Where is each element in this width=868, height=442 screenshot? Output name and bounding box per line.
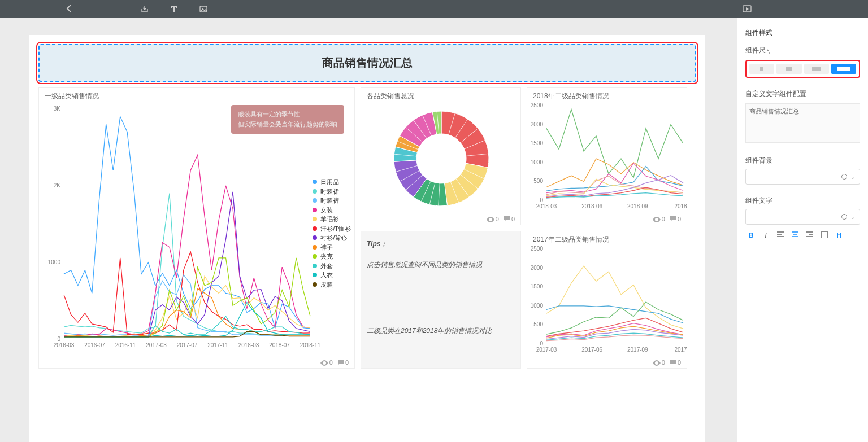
bold-button[interactable]: B — [745, 229, 757, 240]
svg-text:2017-03: 2017-03 — [146, 342, 167, 348]
preview-icon[interactable] — [740, 2, 754, 16]
line2017-chart: 050010001500200025002017-032017-062017-0… — [527, 246, 687, 356]
svg-text:1500: 1500 — [531, 140, 544, 146]
donut-chart-card[interactable]: 各品类销售总况 0 0 — [361, 87, 521, 225]
svg-text:0: 0 — [540, 340, 543, 347]
svg-text:2017-06: 2017-06 — [581, 347, 602, 353]
card-stats: 0 0 — [320, 359, 349, 366]
text-icon[interactable] — [167, 2, 181, 16]
title-text-widget[interactable]: 商品销售情况汇总 — [38, 44, 696, 82]
svg-text:2018-06: 2018-06 — [581, 203, 602, 209]
chevron-down-icon: ⌄ — [850, 214, 855, 220]
main-line-chart: 010002K3K2016-032016-072016-112017-03201… — [39, 102, 355, 355]
svg-text:0: 0 — [540, 197, 543, 203]
svg-text:0: 0 — [57, 336, 60, 342]
dashboard-paper: 商品销售情况汇总 一级品类销售情况 服装具有一定的季节性 但实际销量会受当年流行… — [29, 35, 705, 442]
circle-icon — [841, 214, 847, 220]
svg-text:2017-03: 2017-03 — [536, 347, 557, 353]
svg-text:2017-1: 2017-1 — [674, 347, 687, 353]
svg-text:2000: 2000 — [531, 265, 544, 271]
main-line-chart-card[interactable]: 一级品类销售情况 服装具有一定的季节性 但实际销量会受当年流行趋势的影响 010… — [38, 87, 355, 369]
topbar — [0, 0, 868, 18]
circle-icon — [841, 174, 847, 180]
size-lg[interactable] — [831, 64, 856, 74]
svg-text:2017-09: 2017-09 — [627, 347, 648, 353]
svg-text:2018-03: 2018-03 — [238, 342, 259, 348]
custom-text-input[interactable] — [745, 103, 860, 143]
text-format-toolbar: B I H — [745, 229, 860, 240]
line2017-chart-card[interactable]: 2017年二级品类销售情况 050010001500200025002017-0… — [527, 231, 687, 369]
svg-text:2000: 2000 — [531, 121, 544, 128]
line2018-chart-card[interactable]: 2018年二级品类销售情况 050010001500200025002018-0… — [527, 87, 687, 225]
import-icon[interactable] — [138, 2, 151, 16]
svg-text:1000: 1000 — [531, 303, 544, 309]
svg-text:2018-07: 2018-07 — [269, 342, 290, 348]
align-center-button[interactable] — [789, 229, 801, 240]
italic-button[interactable]: I — [760, 229, 771, 240]
size-selector — [745, 60, 860, 78]
svg-text:2016-07: 2016-07 — [84, 342, 105, 348]
chart-title: 2018年二级品类销售情况 — [527, 88, 687, 102]
chart-legend: 日用品时装裙时装裤女装羊毛衫汗衫/T恤衫衬衫/背心裤子夹克外套大衣皮装 — [313, 177, 351, 289]
bg-label: 组件背景 — [745, 156, 860, 165]
size-label: 组件尺寸 — [745, 46, 860, 55]
tips-line1: 点击销售总况查阅不同品类的销售情况 — [367, 260, 515, 270]
text-select[interactable]: ⌄ — [745, 209, 860, 225]
comments-icon: 0 — [337, 359, 349, 366]
card-stats: 0 0 — [487, 216, 515, 222]
svg-text:2017-11: 2017-11 — [207, 342, 228, 348]
svg-text:500: 500 — [533, 178, 543, 184]
panel-head: 组件样式 — [745, 28, 860, 38]
fill-toggle[interactable] — [819, 229, 830, 240]
svg-text:2017-07: 2017-07 — [177, 342, 198, 348]
svg-text:1000: 1000 — [531, 159, 544, 165]
chart-title: 各品类销售总况 — [361, 88, 520, 102]
chart-title: 2017年二级品类销售情况 — [527, 231, 687, 246]
bg-select[interactable]: ⌄ — [745, 169, 860, 185]
custom-text-label: 自定义文字组件配置 — [745, 89, 860, 99]
text-label: 组件文字 — [745, 196, 860, 205]
svg-text:2018-03: 2018-03 — [536, 203, 557, 209]
align-right-button[interactable] — [804, 229, 815, 240]
donut-chart — [361, 102, 521, 213]
svg-text:2500: 2500 — [531, 246, 544, 252]
svg-text:2016-11: 2016-11 — [115, 342, 136, 348]
svg-text:2K: 2K — [54, 182, 61, 189]
svg-text:2016-03: 2016-03 — [54, 342, 75, 348]
svg-text:2500: 2500 — [531, 102, 544, 108]
tips-card[interactable]: Tips： 点击销售总况查阅不同品类的销售情况 二级品类在2017和2018年的… — [361, 231, 521, 369]
size-md[interactable] — [804, 64, 829, 74]
property-panel: 组件样式 组件尺寸 自定义文字组件配置 组件背景 ⌄ 组件文字 — [737, 18, 868, 442]
back-button[interactable] — [62, 5, 76, 14]
svg-text:500: 500 — [533, 321, 543, 327]
dashboard-canvas[interactable]: 商品销售情况汇总 一级品类销售情况 服装具有一定的季节性 但实际销量会受当年流行… — [0, 18, 737, 442]
size-sm[interactable] — [776, 64, 801, 74]
title-text: 商品销售情况汇总 — [322, 56, 413, 69]
image-icon[interactable] — [197, 2, 210, 16]
chevron-down-icon: ⌄ — [850, 174, 855, 180]
link-hyperlink-button[interactable]: H — [834, 229, 845, 240]
svg-text:1500: 1500 — [531, 283, 544, 290]
size-xs[interactable] — [749, 64, 774, 74]
svg-text:2018-1: 2018-1 — [674, 203, 687, 209]
align-left-button[interactable] — [775, 229, 786, 240]
views-icon: 0 — [320, 359, 333, 366]
line2018-chart: 050010001500200025002018-032018-062018-0… — [527, 102, 687, 213]
tips-head: Tips： — [367, 239, 515, 249]
svg-text:2018-11: 2018-11 — [300, 342, 321, 348]
svg-text:1000: 1000 — [48, 259, 61, 265]
chart-annotation: 服装具有一定的季节性 但实际销量会受当年流行趋势的影响 — [231, 105, 344, 134]
svg-text:2018-09: 2018-09 — [627, 203, 648, 209]
chart-title: 一级品类销售情况 — [39, 88, 354, 102]
svg-text:3K: 3K — [54, 106, 61, 112]
tips-line2: 二级品类在2017和2018年的销售情况对比 — [367, 326, 515, 336]
